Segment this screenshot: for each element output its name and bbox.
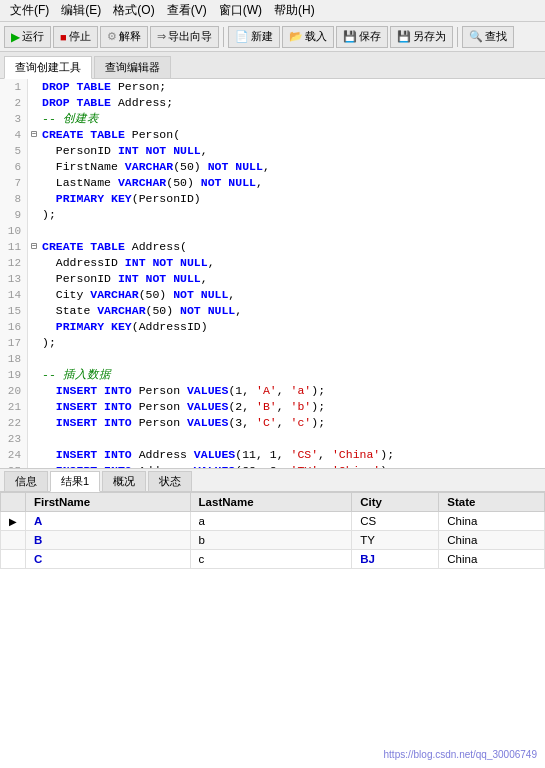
find-button[interactable]: 🔍 查找: [462, 26, 514, 48]
result-row-2: B b TY China: [1, 531, 545, 550]
code-line-18: 18: [0, 351, 545, 367]
row-indicator-1: ▶: [1, 512, 26, 531]
run-button[interactable]: ▶ 运行: [4, 26, 51, 48]
code-line-9: 9 );: [0, 207, 545, 223]
explain-button[interactable]: ⚙ 解释: [100, 26, 148, 48]
toolbar-sep2: [457, 27, 458, 47]
menu-help[interactable]: 帮助(H): [268, 0, 321, 21]
code-line-21: 21 INSERT INTO Person VALUES(2, 'B', 'b'…: [0, 399, 545, 415]
col-header-city: City: [352, 493, 439, 512]
results-table: FirstName LastName City State ▶ A a CS C…: [0, 492, 545, 569]
toolbar: ▶ 运行 ■ 停止 ⚙ 解释 ⇒ 导出向导 📄 新建 📂 载入 💾 保存 �: [0, 22, 545, 52]
col-header-lastname: LastName: [190, 493, 352, 512]
tab-query-editor[interactable]: 查询编辑器: [94, 56, 171, 78]
cell-firstname-1: A: [26, 512, 191, 531]
code-line-3: 3 -- 创建表: [0, 111, 545, 127]
saveas-button[interactable]: 💾 另存为: [390, 26, 453, 48]
menu-edit[interactable]: 编辑(E): [55, 0, 107, 21]
toolbar-sep1: [223, 27, 224, 47]
code-line-23: 23: [0, 431, 545, 447]
cell-city-1: CS: [352, 512, 439, 531]
load-button[interactable]: 📂 载入: [282, 26, 334, 48]
saveas-icon: 💾: [397, 30, 411, 43]
code-line-11: 11 ⊟ CREATE TABLE Address(: [0, 239, 545, 255]
code-line-12: 12 AddressID INT NOT NULL,: [0, 255, 545, 271]
cell-state-1: China: [439, 512, 545, 531]
tab-results[interactable]: 结果1: [50, 471, 100, 492]
code-line-6: 6 FirstName VARCHAR(50) NOT NULL,: [0, 159, 545, 175]
main-window: 文件(F) 编辑(E) 格式(O) 查看(V) 窗口(W) 帮助(H) ▶ 运行…: [0, 0, 545, 768]
result-row-3: C c BJ China: [1, 550, 545, 569]
code-line-7: 7 LastName VARCHAR(50) NOT NULL,: [0, 175, 545, 191]
code-line-4: 4 ⊟ CREATE TABLE Person(: [0, 127, 545, 143]
menu-file[interactable]: 文件(F): [4, 0, 55, 21]
cell-state-3: China: [439, 550, 545, 569]
cell-state-2: China: [439, 531, 545, 550]
menubar: 文件(F) 编辑(E) 格式(O) 查看(V) 窗口(W) 帮助(H): [0, 0, 545, 22]
new-icon: 📄: [235, 30, 249, 43]
bottom-tabs: 信息 结果1 概况 状态: [0, 469, 545, 492]
code-line-14: 14 City VARCHAR(50) NOT NULL,: [0, 287, 545, 303]
code-line-2: 2 DROP TABLE Address;: [0, 95, 545, 111]
menu-format[interactable]: 格式(O): [107, 0, 160, 21]
code-line-24: 24 INSERT INTO Address VALUES(11, 1, 'CS…: [0, 447, 545, 463]
load-icon: 📂: [289, 30, 303, 43]
menu-window[interactable]: 窗口(W): [213, 0, 268, 21]
row-indicator-2: [1, 531, 26, 550]
explain-icon: ⚙: [107, 30, 117, 43]
stop-button[interactable]: ■ 停止: [53, 26, 98, 48]
cell-lastname-1: a: [190, 512, 352, 531]
col-header-state: State: [439, 493, 545, 512]
code-line-20: 20 INSERT INTO Person VALUES(1, 'A', 'a'…: [0, 383, 545, 399]
stop-icon: ■: [60, 31, 67, 43]
export-icon: ⇒: [157, 30, 166, 43]
col-header-indicator: [1, 493, 26, 512]
row-indicator-3: [1, 550, 26, 569]
save-icon: 💾: [343, 30, 357, 43]
watermark: https://blog.csdn.net/qq_30006749: [384, 749, 537, 760]
tab-overview[interactable]: 概况: [102, 471, 146, 491]
code-editor[interactable]: 1 DROP TABLE Person; 2 DROP TABLE Addres…: [0, 79, 545, 469]
bottom-section: 信息 结果1 概况 状态 FirstName LastName City Sta…: [0, 469, 545, 768]
code-line-17: 17 );: [0, 335, 545, 351]
code-line-8: 8 PRIMARY KEY(PersonID): [0, 191, 545, 207]
run-icon: ▶: [11, 30, 20, 44]
cell-firstname-3: C: [26, 550, 191, 569]
find-icon: 🔍: [469, 30, 483, 43]
code-line-15: 15 State VARCHAR(50) NOT NULL,: [0, 303, 545, 319]
code-line-5: 5 PersonID INT NOT NULL,: [0, 143, 545, 159]
cell-lastname-3: c: [190, 550, 352, 569]
tab-info[interactable]: 信息: [4, 471, 48, 491]
col-header-firstname: FirstName: [26, 493, 191, 512]
cell-city-2: TY: [352, 531, 439, 550]
code-line-13: 13 PersonID INT NOT NULL,: [0, 271, 545, 287]
cell-lastname-2: b: [190, 531, 352, 550]
tab-status[interactable]: 状态: [148, 471, 192, 491]
result-row-1: ▶ A a CS China: [1, 512, 545, 531]
menu-view[interactable]: 查看(V): [161, 0, 213, 21]
code-line-22: 22 INSERT INTO Person VALUES(3, 'C', 'c'…: [0, 415, 545, 431]
cell-firstname-2: B: [26, 531, 191, 550]
results-container: FirstName LastName City State ▶ A a CS C…: [0, 492, 545, 569]
cell-city-3: BJ: [352, 550, 439, 569]
code-line-19: 19 -- 插入数据: [0, 367, 545, 383]
code-line-10: 10: [0, 223, 545, 239]
tab-query-builder[interactable]: 查询创建工具: [4, 56, 92, 79]
new-button[interactable]: 📄 新建: [228, 26, 280, 48]
save-button[interactable]: 💾 保存: [336, 26, 388, 48]
code-line-16: 16 PRIMARY KEY(AddressID): [0, 319, 545, 335]
editor-tabs: 查询创建工具 查询编辑器: [0, 52, 545, 79]
export-button[interactable]: ⇒ 导出向导: [150, 26, 219, 48]
code-line-1: 1 DROP TABLE Person;: [0, 79, 545, 95]
